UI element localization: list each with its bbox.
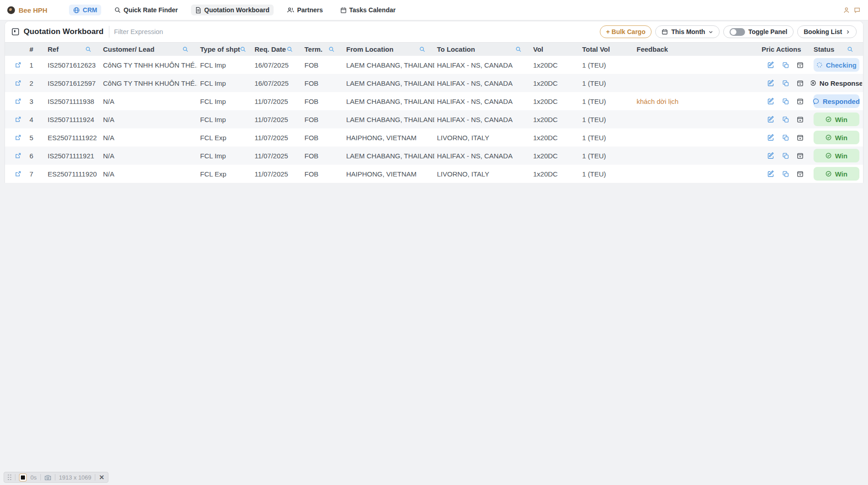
check-circle-icon [825,134,832,141]
status-badge[interactable]: Win [814,113,859,126]
column-label: Status [814,45,834,53]
bulk-cargo-button[interactable]: + Bulk Cargo [600,25,652,38]
open-quotation-icon[interactable] [12,147,27,165]
archive-icon[interactable] [797,80,804,87]
archive-icon[interactable] [797,62,804,69]
column-label: # [29,45,33,53]
search-icon[interactable] [419,46,425,52]
status-badge[interactable]: Win [814,149,859,162]
quotation-row: 7ES25071111920N/AFCL Exp11/07/2025FOBHAI… [5,165,863,183]
open-quotation-icon[interactable] [12,110,27,128]
brand[interactable]: Bee HPH [7,6,47,14]
toggle-panel-label: Toggle Panel [748,28,787,35]
edit-icon[interactable] [767,170,775,177]
search-icon[interactable] [240,46,246,52]
drag-handle-icon[interactable] [8,475,11,480]
column-header-vol: Vol [530,43,579,56]
status-label: Responded [823,98,860,105]
duplicate-icon[interactable] [782,62,789,69]
main-panel: Quotation Workboard + Bulk Cargo This Mo… [5,21,863,183]
duplicate-icon[interactable] [782,134,789,141]
nav-item-partners[interactable]: Partners [283,5,327,15]
header-spacer [12,43,27,56]
actions-cell [752,128,811,147]
row-number: 7 [27,165,45,183]
nav-item-quotation-workboard[interactable]: Quotation Workboard [191,5,274,15]
chat-icon[interactable] [853,7,861,14]
duplicate-icon[interactable] [782,98,789,105]
archive-icon[interactable] [797,152,804,159]
panel-toggle-switch[interactable] [730,28,745,36]
status-label: Checking [826,61,857,69]
edit-icon[interactable] [767,61,775,69]
archive-icon[interactable] [797,98,804,105]
status-badge[interactable]: Win [814,131,859,144]
search-icon[interactable] [847,46,853,52]
page-title: Quotation Workboard [24,27,103,36]
duplicate-icon[interactable] [782,80,789,87]
edit-icon[interactable] [767,116,775,123]
total-vol-cell: 1 (TEU) [579,147,634,165]
column-label: Vol [533,45,543,53]
edit-icon[interactable] [767,134,775,141]
search-icon[interactable] [329,46,334,52]
nav-item-quick-rate-finder[interactable]: Quick Rate Finder [110,5,182,15]
nav-item-label: Partners [297,6,323,14]
vol-cell: 1x20DC [530,56,579,74]
archive-icon[interactable] [797,171,804,177]
duplicate-icon[interactable] [782,116,789,123]
table-body: 1IS25071612623CôNG TY TNHH KHUÔN THÉ...F… [5,56,863,183]
table-header: #RefCustomer/ LeadType of shptReq. DateT… [5,42,863,56]
divider [109,26,109,38]
stop-record-button[interactable] [19,474,27,481]
status-badge[interactable]: Win [814,167,859,181]
duplicate-icon[interactable] [782,152,789,159]
edit-icon[interactable] [767,98,775,105]
toggle-panel-button[interactable]: Toggle Panel [723,25,794,38]
column-header-req-date: Req. Date [252,43,302,56]
customer-cell: N/A [100,147,197,165]
req-date-cell: 11/07/2025 [252,165,302,183]
nav-item-tasks-calendar[interactable]: Tasks Calendar [336,5,400,15]
column-label: Req. Date [255,45,286,53]
period-selector-button[interactable]: This Month [655,25,720,38]
status-badge[interactable]: Responded [814,94,859,108]
brand-name: Bee HPH [19,6,47,14]
close-icon[interactable]: ✕ [99,474,104,481]
user-icon[interactable] [843,7,850,14]
nav-item-crm[interactable]: CRM [69,5,101,15]
column-header-term: Term. [302,43,343,56]
search-icon[interactable] [182,46,188,52]
edit-icon[interactable] [767,79,775,87]
open-quotation-icon[interactable] [12,92,27,110]
bee-logo-icon [7,6,15,14]
req-date-cell: 11/07/2025 [252,110,302,128]
customer-cell: CôNG TY TNHH KHUÔN THÉ... [100,56,197,74]
quotation-row: 1IS25071612623CôNG TY TNHH KHUÔN THÉ...F… [5,56,863,74]
globe-icon [73,7,80,14]
open-quotation-icon[interactable] [12,128,27,147]
shipment-type-cell: FCL Imp [197,110,252,128]
archive-icon[interactable] [797,134,804,141]
search-icon[interactable] [287,46,293,52]
column-header-total-vol: Total Vol [579,43,634,56]
search-icon[interactable] [85,46,91,52]
open-quotation-icon[interactable] [12,74,27,92]
actions-cell [752,56,811,74]
column-header-: # [27,43,45,56]
archive-icon[interactable] [797,116,804,123]
status-badge[interactable]: Checking [814,58,859,72]
open-quotation-icon[interactable] [12,56,27,74]
edit-icon[interactable] [767,152,775,159]
quotation-row: 5ES25071111922N/AFCL Exp11/07/2025FOBHAI… [5,128,863,147]
total-vol-cell: 1 (TEU) [579,56,634,74]
booking-list-button[interactable]: Booking List [797,25,857,38]
camera-icon[interactable] [44,475,51,480]
term-cell: FOB [302,92,343,110]
filter-expression-input[interactable] [114,28,286,35]
search-icon[interactable] [515,46,521,52]
duplicate-icon[interactable] [782,171,789,177]
status-badge[interactable]: No Response [814,76,859,90]
open-quotation-icon[interactable] [12,165,27,183]
vol-cell: 1x20DC [530,92,579,110]
